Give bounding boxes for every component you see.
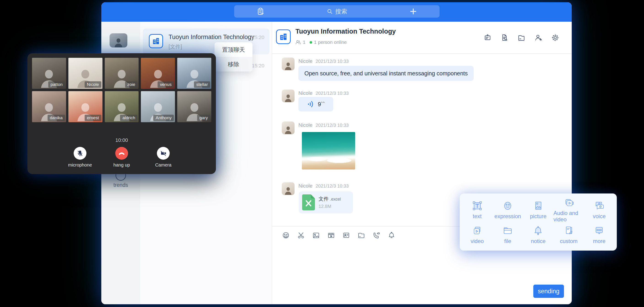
voice-duration: 9`` (318, 101, 325, 108)
add-button[interactable] (387, 8, 440, 15)
group-file-icon[interactable] (517, 33, 526, 42)
message-type-popup: text expression picture Audio and video … (460, 194, 617, 251)
popup-item-notice[interactable]: notice (523, 223, 554, 247)
group-notice-icon[interactable] (484, 33, 492, 42)
camera-button[interactable]: Camera (150, 147, 177, 168)
message-time: 2021/12/3 10:33 (316, 59, 349, 64)
popup-item-custom[interactable]: custom (554, 223, 584, 247)
add-member-icon[interactable] (534, 33, 542, 42)
video-tile[interactable]: Anthony (141, 91, 175, 122)
popup-label: video (471, 238, 484, 244)
online-status: 1 person online (314, 39, 347, 45)
contact-card-icon[interactable] (342, 231, 350, 239)
call-timer: 10:00 (28, 137, 216, 143)
popup-item-picture[interactable]: picture (523, 197, 554, 223)
contacts-log-button[interactable] (234, 7, 287, 16)
expression-icon (502, 200, 513, 211)
video-call-icon[interactable] (372, 231, 380, 239)
message-meta: Nicole2021/12/3 10:33 (298, 122, 349, 128)
chat-history-search-icon[interactable] (500, 33, 508, 42)
popup-item-more[interactable]: more (584, 223, 614, 247)
popup-item-video[interactable]: video (462, 223, 492, 247)
participant-name: patton (48, 81, 65, 88)
participant-name: stellar (194, 81, 210, 88)
group-building-icon (276, 29, 291, 44)
popup-item-expression[interactable]: expression (492, 197, 523, 223)
video-tile[interactable]: patton (32, 58, 66, 89)
camera-label: Camera (150, 162, 177, 168)
microphone-button[interactable]: microphone (66, 147, 94, 168)
video-tile[interactable]: zoie (105, 58, 139, 89)
send-button[interactable]: sending (533, 285, 564, 298)
popup-label: text (473, 213, 482, 220)
video-clip-icon[interactable] (327, 231, 335, 239)
popup-item-text[interactable]: text (462, 197, 492, 223)
popup-item-audio-video[interactable]: Audio and video (554, 197, 584, 223)
hang-up-icon (118, 149, 126, 157)
settings-gear-icon[interactable] (551, 33, 560, 42)
video-tile[interactable]: gary (177, 91, 211, 122)
file-message-bubble[interactable]: 文件.excel 12.8M (299, 191, 353, 213)
input-toolbar (282, 231, 396, 239)
participant-name: Anthony (153, 115, 174, 121)
person-silhouette (283, 124, 294, 134)
participant-name: venus (158, 81, 174, 88)
call-controls: microphone hang up Camera (28, 147, 216, 168)
trends-label: trends (101, 182, 140, 188)
top-bar: 搜索 (101, 2, 572, 22)
popup-item-voice[interactable]: voice (584, 197, 614, 223)
search-input[interactable]: 搜索 (287, 7, 387, 15)
video-tile[interactable]: stellar (177, 58, 211, 89)
excel-file-icon (302, 194, 315, 210)
more-icon (594, 225, 605, 236)
popup-label: file (504, 238, 511, 244)
message-avatar[interactable] (282, 121, 294, 134)
participant-name: Nicole (84, 81, 101, 88)
sender-name: Nicole (298, 90, 312, 96)
text-message-bubble[interactable]: Open source, free, and universal instant… (298, 66, 474, 81)
plus-icon (410, 8, 417, 15)
menu-item-remove[interactable]: 移除 (214, 57, 252, 71)
video-tile[interactable]: ernest (68, 91, 102, 122)
person-silhouette (283, 60, 294, 70)
message-avatar[interactable] (282, 89, 294, 102)
video-tile[interactable]: aldrich (105, 91, 139, 122)
notification-bell-icon[interactable] (388, 231, 396, 239)
participant-name: zoie (125, 81, 138, 88)
message-meta: Nicole2021/12/3 10:33 (298, 90, 349, 96)
picture-icon[interactable] (312, 231, 320, 239)
emoji-icon[interactable] (282, 231, 290, 239)
member-count: 1 (303, 39, 306, 45)
message-time: 2021/12/3 10:33 (316, 183, 349, 188)
send-label: sending (538, 288, 560, 295)
video-icon (472, 225, 483, 236)
voice-icon (594, 200, 605, 211)
file-folder-icon (502, 225, 513, 236)
chat-subtitle: 1 1 person online (296, 39, 347, 45)
chat-header: Tuoyun Information Technology 1 1 person… (272, 22, 572, 54)
participant-name: ernest (84, 115, 101, 121)
custom-icon (563, 225, 574, 236)
video-tile[interactable]: Nicole (68, 58, 102, 89)
video-tile[interactable]: danika (32, 91, 66, 122)
folder-icon[interactable] (357, 231, 366, 239)
voice-message-bubble[interactable]: 9`` (298, 97, 333, 111)
file-size: 12.8M (318, 204, 332, 209)
conversation-preview: [文件] (168, 43, 182, 50)
video-tile[interactable]: venus (141, 58, 175, 89)
notice-bell-icon (533, 225, 544, 236)
message-avatar[interactable] (282, 57, 294, 70)
screenshot-scissors-icon[interactable] (297, 231, 305, 239)
microphone-label: microphone (66, 162, 94, 168)
popup-label: notice (531, 238, 546, 244)
hang-up-button[interactable]: hang up (108, 147, 136, 168)
menu-item-pin-chat[interactable]: 置顶聊天 (214, 42, 252, 57)
popup-label: voice (593, 213, 606, 220)
image-message-beach[interactable] (302, 132, 355, 170)
user-avatar[interactable] (110, 33, 128, 47)
popup-item-file[interactable]: file (492, 223, 523, 247)
chat-title: Tuoyun Information Technology (296, 28, 396, 35)
conversation-time: 15:20 (252, 63, 264, 69)
message-avatar[interactable] (282, 182, 294, 195)
clipboard-phone-icon (256, 7, 265, 16)
